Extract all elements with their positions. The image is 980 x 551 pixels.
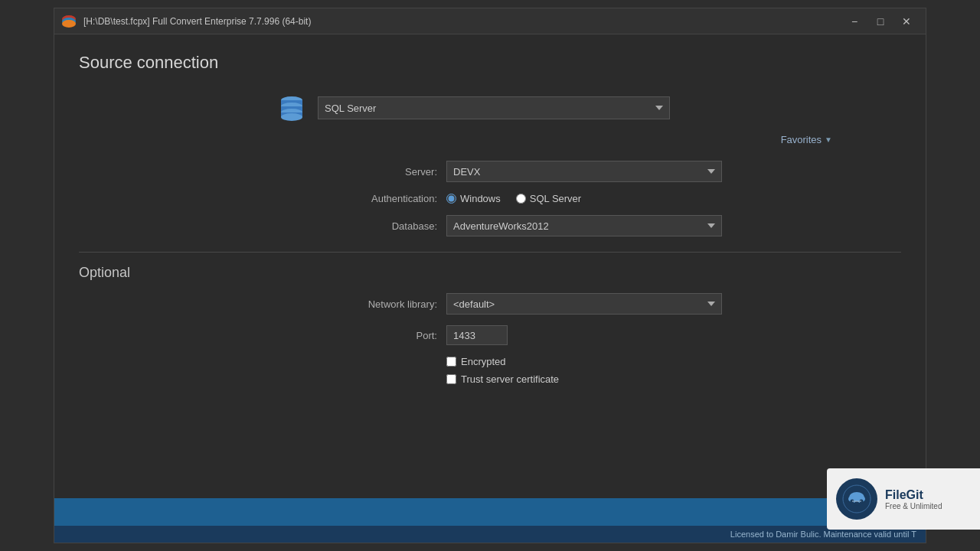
trust-cert-checkbox[interactable]	[446, 374, 456, 384]
auth-windows-label: Windows	[460, 193, 501, 204]
encrypted-label: Encrypted	[461, 356, 506, 367]
title-bar-left: [H:\DB\test.fcpx] Full Convert Enterpris…	[60, 13, 311, 30]
favorites-label: Favorites	[781, 134, 822, 145]
svg-point-15	[854, 501, 859, 506]
server-control: DEVX	[446, 161, 722, 182]
svg-point-9	[281, 113, 302, 121]
optional-title: Optional	[79, 265, 901, 281]
trust-cert-label: Trust server certificate	[461, 373, 559, 385]
port-control	[446, 325, 722, 345]
port-row: Port:	[79, 325, 901, 345]
port-input[interactable]	[446, 325, 508, 345]
filegit-text: FileGit Free & Unlimited	[885, 488, 942, 510]
database-control: AdventureWorks2012	[446, 215, 722, 236]
auth-windows-radio[interactable]	[446, 194, 456, 204]
window-title: [H:\DB\test.fcpx] Full Convert Enterpris…	[83, 16, 311, 27]
server-label: Server:	[79, 166, 446, 178]
connection-form: Server: DEVX Authentication: Windows	[79, 161, 901, 236]
auth-windows-option[interactable]: Windows	[446, 193, 501, 204]
svg-point-2	[62, 20, 76, 28]
page-title: Source connection	[79, 53, 901, 73]
desktop: [H:\DB\test.fcpx] Full Convert Enterpris…	[0, 0, 980, 551]
status-bar: Licensed to Damir Bulic. Maintenance val…	[54, 526, 926, 543]
authentication-options: Windows SQL Server	[446, 193, 722, 204]
database-icon	[278, 94, 305, 122]
authentication-row: Authentication: Windows SQL Server	[79, 193, 901, 204]
checkboxes-row: Encrypted Trust server certificate	[79, 356, 901, 385]
database-select[interactable]: AdventureWorks2012	[446, 215, 722, 236]
window-controls: − □ ✕	[841, 11, 920, 31]
status-text: Licensed to Damir Bulic. Maintenance val…	[730, 530, 916, 539]
favorites-button[interactable]: Favorites ▼	[781, 134, 832, 145]
trust-cert-option[interactable]: Trust server certificate	[446, 373, 559, 385]
filegit-logo	[836, 478, 877, 520]
network-library-control: <default>	[446, 293, 722, 315]
auth-sql-option[interactable]: SQL Server	[516, 193, 581, 204]
network-library-label: Network library:	[79, 298, 446, 310]
minimize-button[interactable]: −	[841, 11, 867, 31]
server-row: Server: DEVX	[79, 161, 901, 182]
main-window: [H:\DB\test.fcpx] Full Convert Enterpris…	[54, 8, 926, 543]
filegit-badge: FileGit Free & Unlimited	[827, 468, 980, 530]
encrypted-checkbox[interactable]	[446, 357, 456, 367]
authentication-label: Authentication:	[79, 193, 446, 204]
database-row: Database: AdventureWorks2012	[79, 215, 901, 236]
filegit-logo-icon	[842, 484, 871, 514]
server-select[interactable]: DEVX	[446, 161, 722, 182]
maximize-button[interactable]: □	[867, 11, 893, 31]
network-library-row: Network library: <default>	[79, 293, 901, 315]
content-area: Source connection SQL Server MySQL Postg…	[54, 34, 926, 498]
filegit-tagline: Free & Unlimited	[885, 502, 942, 510]
network-library-select[interactable]: <default>	[446, 293, 722, 315]
auth-sql-label: SQL Server	[530, 193, 581, 204]
db-type-row: SQL Server MySQL PostgreSQL SQLite Oracl…	[79, 94, 901, 122]
filegit-name: FileGit	[885, 488, 942, 502]
db-type-select[interactable]: SQL Server MySQL PostgreSQL SQLite Oracl…	[318, 96, 670, 119]
app-logo-icon	[60, 13, 77, 30]
title-bar: [H:\DB\test.fcpx] Full Convert Enterpris…	[54, 8, 926, 34]
checkbox-group: Encrypted Trust server certificate	[446, 356, 559, 385]
bottom-bar: ✕ Cancel	[54, 498, 926, 526]
favorites-arrow-icon: ▼	[825, 135, 832, 144]
port-label: Port:	[79, 330, 446, 341]
auth-sql-radio[interactable]	[516, 194, 526, 204]
optional-section: Optional Network library: <default> Port…	[79, 252, 901, 385]
favorites-row: Favorites ▼	[79, 134, 901, 145]
database-label: Database:	[79, 220, 446, 232]
encrypted-option[interactable]: Encrypted	[446, 356, 559, 367]
close-button[interactable]: ✕	[893, 11, 920, 31]
